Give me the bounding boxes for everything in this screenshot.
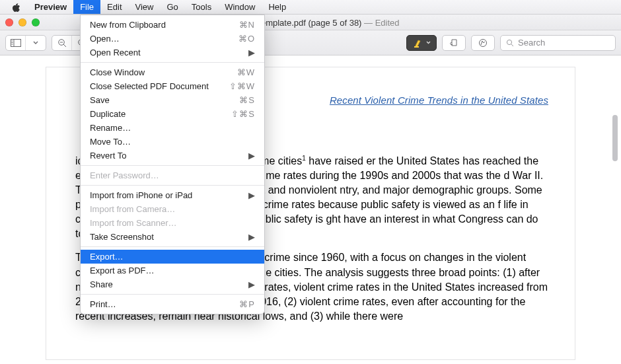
submenu-arrow-icon: ▶: [248, 190, 255, 200]
sidebar-view-button[interactable]: [6, 36, 26, 50]
menu-item-label: Close Selected PDF Document: [90, 81, 229, 91]
menubar-item-edit[interactable]: Edit: [100, 0, 128, 14]
menu-item-label: Import from Scanner…: [90, 218, 255, 228]
view-mode-dropdown-button[interactable]: [26, 36, 46, 50]
menu-item-label: Share: [90, 279, 243, 289]
macos-menubar: Preview File Edit View Go Tools Window H…: [0, 0, 621, 15]
file-menu-item[interactable]: Revert To▶: [81, 149, 264, 163]
menu-item-label: Close Window: [90, 67, 237, 77]
submenu-arrow-icon: ▶: [248, 48, 255, 57]
apple-icon[interactable]: [5, 0, 28, 14]
file-menu-item[interactable]: Open…⌘O: [81, 32, 264, 46]
menubar-item-file[interactable]: File: [73, 0, 100, 14]
scrollbar-thumb[interactable]: [612, 115, 618, 161]
file-menu-item[interactable]: Save⌘S: [81, 93, 264, 107]
view-mode-segmented: [5, 35, 46, 51]
menu-item-label: Open Recent: [90, 48, 243, 57]
file-menu-dropdown: New from Clipboard⌘NOpen…⌘OOpen Recent▶C…: [80, 15, 265, 314]
submenu-arrow-icon: ▶: [248, 279, 255, 289]
menubar-app-name[interactable]: Preview: [28, 0, 73, 14]
highlight-button[interactable]: [406, 35, 437, 51]
search-input[interactable]: Search: [500, 35, 616, 51]
menubar-item-view[interactable]: View: [129, 0, 161, 14]
file-menu-item[interactable]: Move To…: [81, 135, 264, 149]
menu-item-label: Print…: [90, 299, 239, 309]
menu-item-label: Export as PDF…: [90, 266, 255, 275]
window-close-button[interactable]: [5, 18, 13, 26]
file-menu-item[interactable]: Duplicate⇧⌘S: [81, 107, 264, 121]
menu-item-label: Revert To: [90, 151, 243, 161]
svg-point-13: [507, 40, 511, 44]
search-icon: [506, 39, 514, 47]
menubar-item-tools[interactable]: Tools: [185, 0, 218, 14]
vertical-scrollbar[interactable]: [610, 115, 620, 359]
menu-item-label: Import from iPhone or iPad: [90, 190, 243, 200]
menu-item-shortcut: ⌘O: [238, 34, 255, 44]
menubar-item-help[interactable]: Help: [262, 0, 293, 14]
window-title-edited-indicator: — Edited: [364, 18, 399, 28]
submenu-arrow-icon: ▶: [248, 232, 255, 242]
zoom-out-button[interactable]: [52, 36, 72, 50]
file-menu-item[interactable]: Print…⌘P: [81, 297, 264, 311]
file-menu-item: Import from Scanner…: [81, 216, 264, 230]
markup-toolbar-button[interactable]: [471, 35, 495, 51]
menu-item-label: New from Clipboard: [90, 20, 239, 30]
menu-item-label: Import from Camera…: [90, 204, 255, 214]
svg-line-6: [63, 44, 66, 47]
menubar-item-go[interactable]: Go: [160, 0, 184, 14]
rotate-button[interactable]: [442, 35, 466, 51]
file-menu-item[interactable]: Export…: [81, 250, 264, 264]
file-menu-item[interactable]: Share▶: [81, 277, 264, 291]
file-menu-item[interactable]: Close Window⌘W: [81, 65, 264, 79]
menu-item-label: Enter Password…: [90, 170, 255, 180]
menu-item-label: Rename…: [90, 123, 255, 133]
file-menu-item[interactable]: Close Selected PDF Document⇧⌘W: [81, 79, 264, 93]
submenu-arrow-icon: ▶: [248, 151, 255, 161]
svg-line-14: [511, 44, 513, 46]
file-menu-item[interactable]: New from Clipboard⌘N: [81, 18, 264, 32]
file-menu-item[interactable]: Open Recent▶: [81, 46, 264, 59]
file-menu-item[interactable]: Import from iPhone or iPad▶: [81, 188, 264, 202]
menu-item-label: Take Screenshot: [90, 232, 243, 242]
menubar-item-window[interactable]: Window: [218, 0, 262, 14]
svg-point-12: [480, 39, 487, 46]
file-menu-item[interactable]: Rename…: [81, 121, 264, 135]
menu-item-shortcut: ⌘W: [237, 67, 255, 77]
menu-item-shortcut: ⇧⌘S: [231, 109, 255, 119]
menu-item-shortcut: ⌘S: [239, 95, 255, 105]
menu-item-label: Export…: [90, 252, 255, 262]
menu-item-shortcut: ⌘N: [239, 20, 255, 30]
file-menu-item[interactable]: Export as PDF…: [81, 264, 264, 277]
window-zoom-button[interactable]: [32, 18, 40, 26]
menu-item-label: Save: [90, 95, 239, 105]
menu-item-label: Duplicate: [90, 109, 231, 119]
menu-item-shortcut: ⇧⌘W: [229, 81, 255, 91]
menu-item-label: Move To…: [90, 137, 255, 147]
window-minimize-button[interactable]: [18, 18, 26, 26]
file-menu-item: Enter Password…: [81, 168, 264, 182]
search-placeholder: Search: [518, 38, 545, 48]
file-menu-item[interactable]: Take Screenshot▶: [81, 230, 264, 244]
file-menu-item: Import from Camera…: [81, 202, 264, 216]
menu-item-label: Open…: [90, 34, 238, 44]
menu-item-shortcut: ⌘P: [239, 299, 255, 309]
